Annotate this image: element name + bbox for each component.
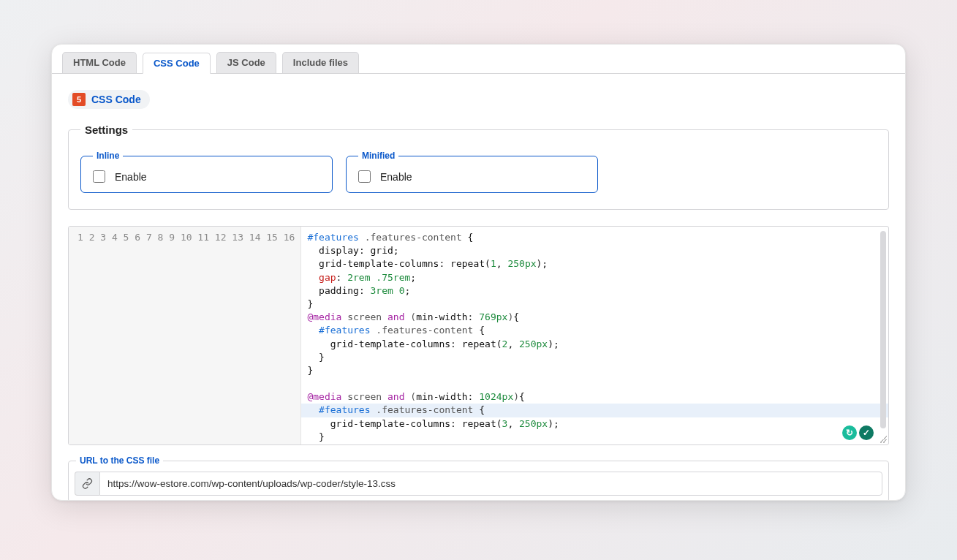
editor-scrollbar[interactable] (880, 231, 886, 428)
settings-legend: Settings (80, 124, 132, 136)
inline-option: Inline Enable (80, 151, 333, 193)
minified-legend: Minified (358, 151, 398, 161)
inline-legend: Inline (93, 151, 123, 161)
tab-html-code[interactable]: HTML Code (62, 52, 137, 73)
minified-enable-label[interactable]: Enable (380, 171, 412, 183)
line-number-gutter: 1 2 3 4 5 6 7 8 9 10 11 12 13 14 15 16 (69, 227, 301, 444)
code-area[interactable]: #features .features-content { display: g… (301, 227, 888, 444)
url-fieldset: URL to the CSS file (68, 455, 889, 501)
code-editor[interactable]: 1 2 3 4 5 6 7 8 9 10 11 12 13 14 15 16 #… (68, 226, 889, 445)
inline-checkbox[interactable] (93, 170, 105, 183)
tabpanel-css: 5 CSS Code Settings Inline Enable Minifi… (52, 73, 905, 501)
minified-option: Minified Enable (346, 151, 598, 193)
resize-handle-icon[interactable] (880, 436, 887, 443)
minified-checkbox[interactable] (358, 170, 371, 183)
section-chip-label: CSS Code (91, 94, 141, 105)
css-url-input[interactable] (99, 472, 882, 496)
tab-include-files[interactable]: Include files (282, 52, 359, 73)
link-icon (75, 472, 99, 496)
tabstrip: HTML Code CSS Code JS Code Include files (55, 45, 905, 73)
settings-fieldset: Settings Inline Enable Minified Enabl (68, 124, 889, 210)
editor-window: HTML Code CSS Code JS Code Include files… (51, 44, 906, 501)
inline-enable-label[interactable]: Enable (115, 171, 147, 183)
url-legend: URL to the CSS file (76, 455, 163, 466)
editor-action-2-icon[interactable]: ✓ (859, 425, 874, 440)
section-chip: 5 CSS Code (68, 90, 150, 109)
editor-float-buttons: ↻ ✓ (841, 425, 875, 440)
tab-js-code[interactable]: JS Code (216, 52, 276, 73)
editor-action-1-icon[interactable]: ↻ (842, 425, 857, 440)
html5-icon: 5 (72, 93, 86, 106)
tab-css-code[interactable]: CSS Code (143, 53, 211, 74)
